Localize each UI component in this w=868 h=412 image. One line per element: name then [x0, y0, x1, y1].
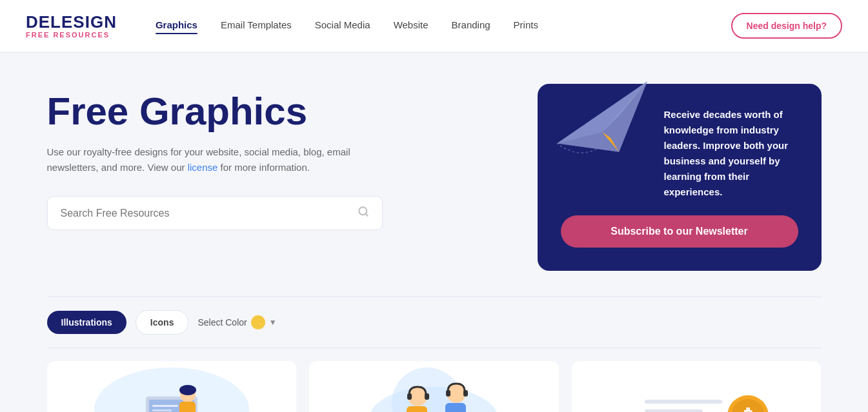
filter-illustrations-button[interactable]: Illustrations — [47, 311, 126, 334]
card-item-3-inner: ₿ — [572, 361, 822, 412]
svg-rect-27 — [445, 403, 466, 412]
paper-plane-icon — [550, 64, 654, 155]
hero-title: Free Graphics — [47, 90, 486, 133]
svg-text:₿: ₿ — [744, 406, 752, 412]
card-item-3[interactable]: ₿ — [572, 361, 822, 412]
svg-rect-10 — [152, 405, 178, 407]
svg-marker-3 — [557, 81, 647, 152]
nav-link-branding[interactable]: Branding — [452, 19, 490, 33]
logo-sub: FREE RESOURCES — [26, 31, 117, 39]
hero-description: Use our royalty-free designs for your we… — [47, 144, 357, 175]
svg-rect-34 — [645, 400, 722, 404]
license-link[interactable]: license — [188, 162, 218, 173]
divider-top — [47, 297, 822, 297]
svg-rect-29 — [463, 390, 468, 397]
search-bar — [47, 196, 383, 230]
nav-link-social-media[interactable]: Social Media — [315, 19, 370, 33]
svg-rect-11 — [152, 409, 172, 411]
nav-link-prints[interactable]: Prints — [514, 19, 538, 33]
need-design-help-button[interactable]: Need design help? — [731, 13, 842, 39]
card-item-1[interactable] — [47, 361, 297, 412]
nav-link-graphics[interactable]: Graphics — [156, 19, 197, 33]
subscribe-button[interactable]: Subscribe to our Newsletter — [561, 215, 798, 248]
illustration-1 — [68, 361, 275, 412]
filter-section: Illustrations Icons Select Color ▼ — [21, 297, 847, 348]
svg-point-14 — [179, 385, 196, 395]
svg-rect-24 — [407, 393, 412, 400]
logo-main: DELESIGN — [26, 13, 117, 32]
nav-link-website[interactable]: Website — [394, 19, 429, 33]
svg-rect-35 — [645, 409, 703, 412]
card-item-1-inner — [47, 361, 297, 412]
svg-rect-25 — [425, 393, 429, 400]
nav-link-email-templates[interactable]: Email Templates — [221, 19, 292, 33]
hero-left: Free Graphics Use our royalty-free desig… — [47, 90, 486, 230]
search-icon — [358, 206, 369, 221]
svg-line-1 — [365, 213, 367, 215]
svg-rect-15 — [179, 402, 196, 412]
cards-grid: ₿ — [21, 361, 847, 412]
nav-links: Graphics Email Templates Social Media We… — [156, 19, 731, 33]
filter-bar: Illustrations Icons Select Color ▼ — [47, 310, 822, 335]
navbar: DELESIGN FREE RESOURCES Graphics Email T… — [0, 0, 868, 52]
color-select-label: Select Color — [197, 317, 247, 328]
color-dot — [251, 315, 265, 329]
filter-icons-button[interactable]: Icons — [136, 310, 189, 335]
divider-bottom — [47, 348, 822, 348]
chevron-down-icon: ▼ — [269, 318, 277, 327]
search-input[interactable] — [61, 208, 351, 219]
logo[interactable]: DELESIGN FREE RESOURCES — [26, 13, 117, 39]
card-item-2[interactable] — [309, 361, 559, 412]
color-select[interactable]: Select Color ▼ — [197, 315, 276, 329]
svg-rect-23 — [407, 406, 427, 412]
svg-rect-28 — [446, 390, 450, 397]
illustration-2 — [330, 361, 537, 412]
main-content: Free Graphics Use our royalty-free desig… — [21, 52, 847, 271]
card-text: Receive decades worth of knowledge from … — [664, 107, 798, 200]
newsletter-card: Receive decades worth of knowledge from … — [538, 84, 822, 271]
illustration-3: ₿ — [593, 361, 800, 412]
card-item-2-inner — [309, 361, 559, 412]
